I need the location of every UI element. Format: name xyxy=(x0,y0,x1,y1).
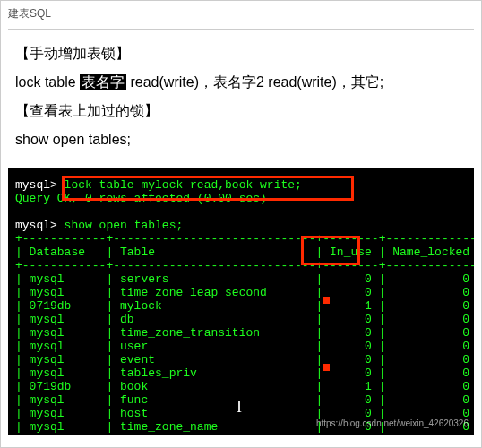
table-row: | mysql | user | 0 | 0 | xyxy=(15,340,474,353)
watermark: https://blog.csdn.net/weixin_42620326 xyxy=(316,417,469,430)
table-row: | mysql | servers | 0 | 0 | xyxy=(15,272,474,286)
table-row: | mysql | event | 0 | 0 | xyxy=(15,353,474,366)
table-row: | mysql | db | 0 | 0 | xyxy=(15,313,474,326)
highlight-box-cmd xyxy=(62,176,354,201)
red-mark-mylock xyxy=(323,297,330,304)
lock-before: lock table xyxy=(15,74,80,90)
lock-statement: lock table 表名字 read(write)，表名字2 read(wri… xyxy=(15,69,467,96)
lock-after: read(write)，表名字2 read(write)，其它; xyxy=(126,74,383,90)
doc-content: 【手动增加表锁】 lock table 表名字 read(write)，表名字2… xyxy=(8,40,474,153)
table-row: | mysql | time_zone_transition | 0 | 0 | xyxy=(15,326,474,340)
cmd-show: show open tables; xyxy=(57,219,183,232)
red-mark-book xyxy=(323,364,330,371)
divider: +------------+--------------------------… xyxy=(15,259,474,272)
heading-view-locks: 【查看表上加过的锁】 xyxy=(15,98,467,125)
heading-add-lock: 【手动增加表锁】 xyxy=(15,40,467,67)
text-cursor-icon: I xyxy=(237,401,242,414)
highlight-box-inuse xyxy=(301,236,360,265)
table-row: | mysql | tables_priv | 0 | 0 | xyxy=(15,366,474,380)
table-header: | Database | Table | In_use | Name_locke… xyxy=(15,246,474,259)
table-row: | 0719db | book | 1 | 0 | xyxy=(15,380,474,393)
table-row: | mysql | plugin | 0 | 0 | xyxy=(15,434,474,435)
show-statement: show open tables; xyxy=(15,126,467,153)
table-row: | 0719db | mylock | 1 | 0 | xyxy=(15,299,474,313)
highlight-tablename: 表名字 xyxy=(80,74,126,90)
table-row: | mysql | time_zone_leap_second | 0 | 0 … xyxy=(15,286,474,299)
table-row: | mysql | func | 0 | 0 | xyxy=(15,393,474,407)
divider: +------------+--------------------------… xyxy=(15,232,474,246)
prompt: mysql> xyxy=(15,219,57,232)
prompt: mysql> xyxy=(15,178,57,192)
tab-label[interactable]: 建表SQL xyxy=(8,4,474,30)
terminal: mysql> lock table mylock read,book write… xyxy=(8,168,474,435)
